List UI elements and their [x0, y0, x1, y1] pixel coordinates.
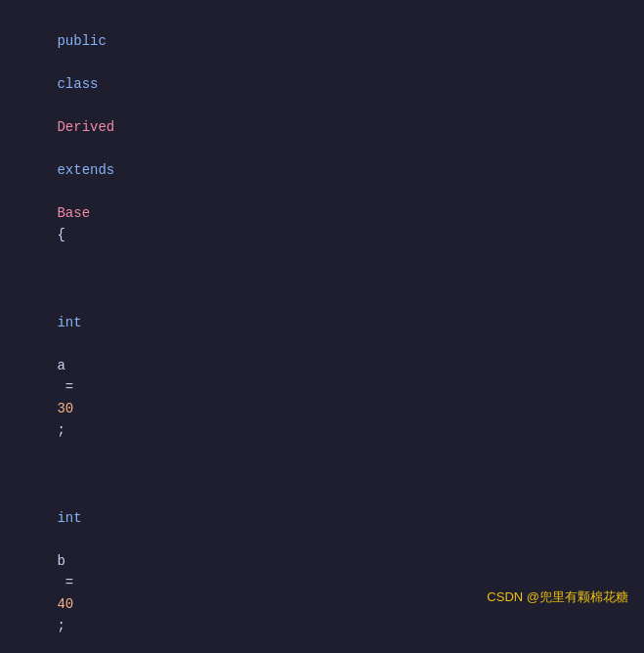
keyword-public: public — [57, 33, 106, 49]
class-base: Base — [57, 205, 90, 221]
keyword-class: class — [57, 76, 98, 92]
var-b-field: b — [57, 553, 64, 569]
code-line-3: int b = 40 ; — [0, 463, 644, 653]
code-editor: public class Derived extends Base { int … — [0, 0, 644, 653]
keyword-extends: extends — [57, 162, 114, 178]
class-derived: Derived — [57, 119, 114, 135]
watermark: CSDN @兜里有颗棉花糖 — [487, 588, 628, 606]
code-line-2: int a = 30 ; — [0, 268, 644, 463]
keyword-int-2: int — [57, 510, 81, 526]
var-a-field: a — [57, 358, 64, 373]
keyword-int-1: int — [57, 315, 81, 330]
num-40: 40 — [57, 596, 73, 612]
num-30: 30 — [57, 401, 73, 416]
code-line-1: public class Derived extends Base { — [0, 8, 644, 268]
